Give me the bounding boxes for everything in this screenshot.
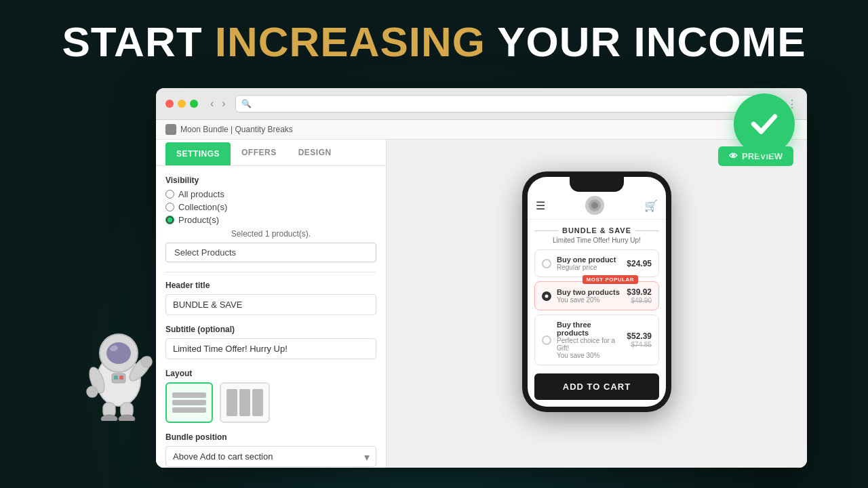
close-button-dot[interactable]	[165, 100, 174, 108]
bundle-price-2-old: $49.90	[627, 297, 652, 304]
subtitle-label: Subtitle (optional)	[165, 325, 376, 334]
hamburger-icon[interactable]: ☰	[536, 199, 545, 212]
bundle-position-group: Bundle position Above Add to cart sectio…	[165, 432, 376, 467]
tab-design[interactable]: DESIGN	[288, 140, 342, 165]
radio-collections-input[interactable]	[165, 203, 174, 211]
phone-header: ☰ 🛒	[528, 192, 666, 220]
svg-rect-13	[114, 375, 118, 380]
cart-icon[interactable]: 🛒	[644, 199, 658, 212]
tab-settings[interactable]: SETTINGS	[165, 142, 231, 165]
bundle-option-2-name: Buy two products	[557, 288, 621, 296]
layout-cols-icon	[226, 389, 263, 416]
headline-part3: YOUR INCOME	[486, 18, 806, 65]
layout-col-2	[239, 389, 250, 416]
traffic-lights	[165, 100, 198, 108]
headline-part2: INCREASING	[215, 18, 486, 65]
headline: START INCREASING YOUR INCOME	[0, 19, 868, 65]
layout-row-2	[172, 400, 206, 405]
minimize-button-dot[interactable]	[178, 100, 186, 108]
layout-col-1	[226, 389, 237, 416]
add-to-cart-button[interactable]: ADD TO CART	[534, 373, 659, 400]
divider-1	[165, 272, 376, 272]
bundle-option-2-sub: You save 20%	[557, 296, 621, 304]
bundle-option-1-sub: Regular price	[557, 264, 621, 271]
bundle-position-select[interactable]: Above Add to cart section	[165, 446, 376, 467]
layout-label: Layout	[165, 369, 376, 378]
phone-screen: ☰ 🛒 BUNDLE & SAVE	[528, 177, 666, 407]
back-button[interactable]: ‹	[208, 96, 216, 111]
selected-products-text: Selected 1 product(s).	[165, 229, 376, 239]
url-bar[interactable]: 🔍	[235, 95, 777, 113]
maximize-button-dot[interactable]	[190, 100, 198, 108]
settings-panel: SETTINGS OFFERS DESIGN Visibility All pr…	[156, 140, 387, 468]
svg-point-11	[119, 415, 135, 421]
visibility-group: Visibility All products Collection(s)	[165, 176, 376, 262]
visibility-label: Visibility	[165, 176, 376, 185]
radio-products[interactable]: Product(s)	[165, 215, 376, 225]
preview-area: 👁 PREVIEW ☰	[387, 140, 807, 468]
radio-collections[interactable]: Collection(s)	[165, 202, 376, 212]
bundle-option-1-name: Buy one product	[557, 256, 621, 264]
layout-group: Layout	[165, 369, 376, 423]
bundle-section-subtitle: Limited Time Offer! Hurry Up!	[534, 237, 659, 244]
breadcrumb: Moon Bundle | Quantity Breaks	[156, 120, 807, 140]
svg-rect-14	[119, 375, 123, 380]
bundle-radio-1	[542, 259, 551, 268]
layout-options	[165, 382, 376, 423]
browser-chrome: ‹ › 🔍 ⋮	[156, 88, 807, 120]
forward-button[interactable]: ›	[219, 96, 228, 111]
headline-part1: START	[62, 18, 214, 65]
phone-mockup: ☰ 🛒 BUNDLE & SAVE	[522, 171, 671, 412]
browser-window: ‹ › 🔍 ⋮ Moon Bundle | Quantity Breaks SE…	[156, 88, 807, 468]
tabs-container: SETTINGS OFFERS DESIGN	[156, 140, 386, 166]
layout-cols-option[interactable]	[220, 382, 270, 423]
bundle-option-3-sub: Perfect choice for a Gift!	[557, 337, 621, 352]
bundle-option-2[interactable]: MOST POPULAR Buy two products You save 2…	[534, 281, 659, 310]
bundle-option-1-price: $24.95	[627, 259, 652, 268]
bundle-price-3-old: $74.85	[627, 341, 652, 348]
radio-group: All products Collection(s) Product(s)	[165, 189, 376, 225]
eye-icon: 👁	[729, 151, 738, 161]
bundle-section-title: BUNDLE & SAVE	[534, 226, 659, 235]
svg-point-7	[141, 357, 152, 367]
radio-products-input[interactable]	[165, 216, 174, 224]
checkmark-badge	[734, 94, 795, 155]
bundle-option-2-price: $39.92 $49.90	[627, 287, 652, 304]
bundle-save-3: You save 30%	[557, 352, 621, 359]
subtitle-group: Subtitle (optional)	[165, 325, 376, 359]
most-popular-badge: MOST POPULAR	[583, 275, 638, 284]
bundle-option-3-info: Buy three products Perfect choice for a …	[557, 321, 621, 359]
bundle-option-3-name: Buy three products	[557, 321, 621, 337]
layout-rows-option[interactable]	[165, 382, 213, 423]
radio-products-label: Product(s)	[178, 215, 219, 225]
checkmark-icon	[746, 106, 783, 142]
radio-all-products-label: All products	[178, 189, 224, 199]
layout-col-3	[252, 389, 263, 416]
radio-all-products[interactable]: All products	[165, 189, 376, 199]
bundle-option-3-price: $52.39 $74.85	[627, 331, 652, 348]
subtitle-input[interactable]	[165, 338, 376, 359]
bundle-radio-3	[542, 336, 551, 345]
settings-body: Visibility All products Collection(s)	[156, 166, 386, 468]
header-title-input[interactable]	[165, 294, 376, 315]
tab-offers[interactable]: OFFERS	[231, 140, 288, 165]
bundle-option-3[interactable]: Buy three products Perfect choice for a …	[534, 314, 659, 365]
breadcrumb-logo-icon	[165, 124, 176, 135]
layout-row-1	[172, 392, 206, 398]
store-logo	[585, 196, 604, 215]
svg-point-10	[101, 415, 117, 421]
search-icon: 🔍	[241, 99, 252, 108]
header-title-group: Header title	[165, 281, 376, 315]
layout-row-3	[172, 407, 206, 413]
bundle-radio-2	[542, 291, 551, 301]
store-logo-icon	[588, 199, 601, 212]
bundle-option-1[interactable]: Buy one product Regular price $24.95	[534, 249, 659, 277]
select-products-button[interactable]: Select Products	[165, 243, 376, 262]
bundle-price-1-main: $24.95	[627, 259, 652, 268]
nav-arrows: ‹ ›	[208, 96, 229, 111]
radio-all-products-input[interactable]	[165, 190, 174, 199]
svg-point-16	[591, 202, 598, 209]
breadcrumb-text: Moon Bundle | Quantity Breaks	[180, 125, 293, 134]
svg-point-6	[87, 386, 98, 397]
bundle-option-2-info: Buy two products You save 20%	[557, 288, 621, 304]
